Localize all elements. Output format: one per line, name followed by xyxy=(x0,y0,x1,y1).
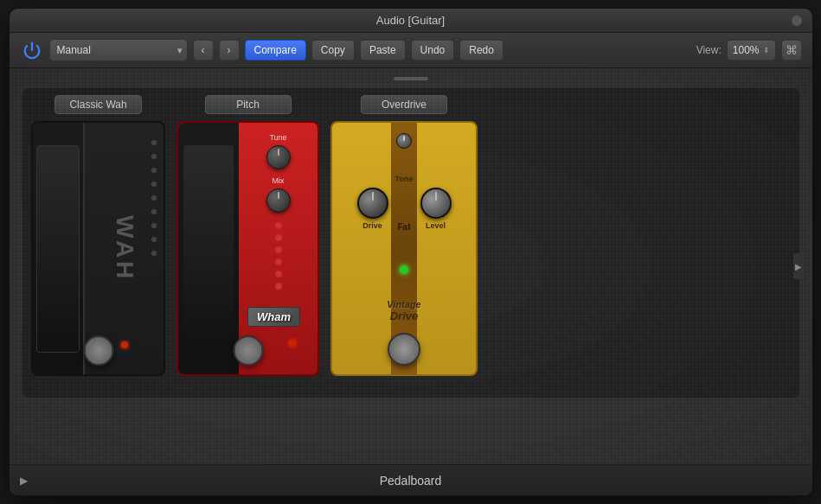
right-arrow-button[interactable]: ▶ xyxy=(793,253,804,279)
pitch-dots xyxy=(276,223,281,289)
od-fat-label: Fat xyxy=(378,222,430,232)
compare-button[interactable]: Compare xyxy=(245,40,306,61)
right-arrow-icon: ▶ xyxy=(795,262,802,271)
wah-rocker[interactable] xyxy=(33,123,85,374)
wah-footswitch[interactable] xyxy=(83,335,113,366)
drag-handle[interactable] xyxy=(394,77,428,80)
vintage-drive-text: Vintage Drive xyxy=(387,299,420,322)
wah-pedal: Classic Wah WAH xyxy=(29,95,168,380)
copy-button[interactable]: Copy xyxy=(311,40,355,61)
od-tone-label: Tone xyxy=(395,175,414,183)
pedals-container: Classic Wah WAH xyxy=(22,87,800,399)
preset-select[interactable]: Manual xyxy=(49,39,188,61)
pitch-tune-knob[interactable] xyxy=(266,145,291,169)
main-window: Audio [Guitar] Manual ‹ › Compare Copy P… xyxy=(9,8,813,496)
wah-dot-5 xyxy=(151,195,157,201)
pitch-led xyxy=(289,340,296,347)
window-title: Audio [Guitar] xyxy=(376,14,446,27)
nav-back-button[interactable]: ‹ xyxy=(193,40,214,61)
wah-text: WAH xyxy=(111,215,138,282)
pitch-rocker[interactable] xyxy=(178,123,239,374)
power-button[interactable] xyxy=(20,38,44,62)
pitch-dot-3 xyxy=(276,247,281,252)
toolbar: Manual ‹ › Compare Copy Paste Undo Redo … xyxy=(10,33,812,68)
od-drive-knob[interactable] xyxy=(357,188,388,219)
wah-dots xyxy=(151,140,157,256)
wah-rocker-surface xyxy=(36,145,80,353)
wah-dot-7 xyxy=(151,223,157,228)
vintage-text: Vintage xyxy=(387,299,420,309)
paste-button[interactable]: Paste xyxy=(360,40,406,61)
link-icon: ⌘ xyxy=(786,43,798,57)
pitch-dot-6 xyxy=(276,284,281,289)
view-value-display[interactable]: 100% ⬍ xyxy=(727,40,776,61)
pitch-dot-2 xyxy=(276,235,281,240)
link-button[interactable]: ⌘ xyxy=(781,40,802,61)
pitch-rocker-surface xyxy=(183,145,234,353)
pitch-dot-1 xyxy=(276,223,281,228)
wah-dot-6 xyxy=(151,209,157,214)
play-button[interactable]: ▶ xyxy=(20,475,28,487)
nav-forward-button[interactable]: › xyxy=(219,40,240,61)
pitch-body: Tune Mix xyxy=(176,121,319,376)
wah-body: WAH xyxy=(31,121,165,376)
pitch-mix-label: Mix xyxy=(273,176,285,185)
od-top-knob-group xyxy=(396,133,412,150)
window-dot xyxy=(792,16,802,26)
pitch-mix-section: Mix xyxy=(266,176,291,213)
overdrive-pedal: Overdrive Tone Drive xyxy=(329,95,480,380)
whammy-brand-label: Wham xyxy=(247,307,300,327)
overdrive-label-button[interactable]: Overdrive xyxy=(361,95,447,114)
pitch-pedal: Pitch Tune Mix xyxy=(175,95,322,380)
wah-dot-2 xyxy=(151,154,157,159)
redo-button[interactable]: Redo xyxy=(459,40,504,61)
pitch-tune-section: Tune xyxy=(266,133,291,169)
bottom-title: Pedalboard xyxy=(380,474,442,488)
pitch-tune-label: Tune xyxy=(269,133,286,142)
view-label: View: xyxy=(696,44,722,56)
preset-select-wrapper[interactable]: Manual xyxy=(49,39,188,61)
wah-led xyxy=(121,341,128,348)
pitch-mix-knob[interactable] xyxy=(266,188,291,213)
title-bar: Audio [Guitar] xyxy=(10,9,812,33)
pitch-footswitch[interactable] xyxy=(233,335,263,366)
play-icon: ▶ xyxy=(20,475,28,487)
overdrive-body: Tone Drive Level Fat xyxy=(330,121,478,376)
undo-button[interactable]: Undo xyxy=(411,40,455,61)
pitch-dot-4 xyxy=(276,259,281,265)
od-level-knob[interactable] xyxy=(420,188,452,219)
drive-text: Drive xyxy=(387,309,420,322)
wah-label-button[interactable]: Classic Wah xyxy=(55,95,141,114)
wah-dot-3 xyxy=(151,168,157,173)
pitch-dot-5 xyxy=(276,271,281,277)
pedalboard-area: Classic Wah WAH xyxy=(10,68,812,464)
bottom-bar: ▶ Pedalboard xyxy=(10,464,812,495)
od-footswitch[interactable] xyxy=(388,333,420,366)
wah-dot-1 xyxy=(151,140,157,145)
wah-dot-8 xyxy=(151,237,157,242)
od-top-knob[interactable] xyxy=(396,133,412,149)
wah-dot-4 xyxy=(151,182,157,187)
od-led xyxy=(400,265,408,274)
view-stepper-icon: ⬍ xyxy=(763,46,770,54)
pitch-label-button[interactable]: Pitch xyxy=(205,95,292,114)
wah-dot-9 xyxy=(151,251,157,256)
